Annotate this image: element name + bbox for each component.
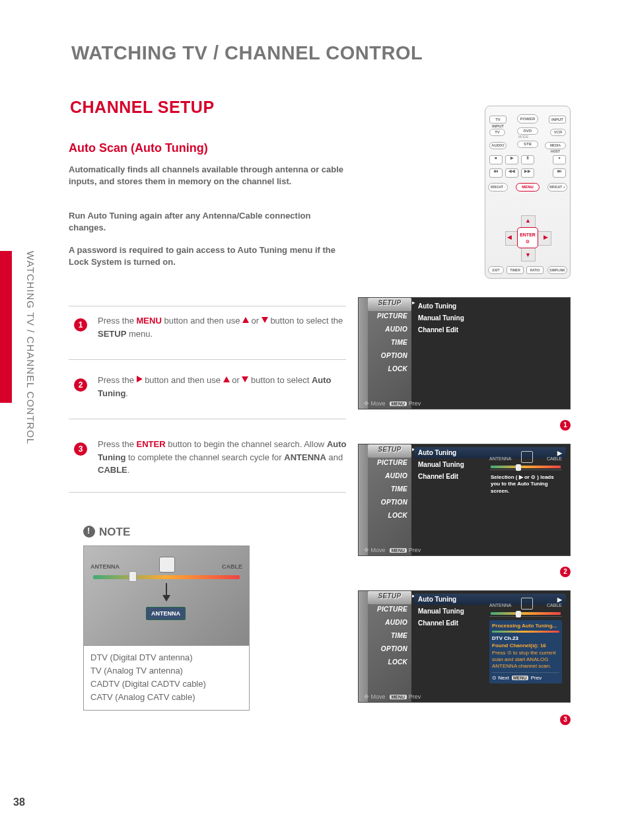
up-arrow-icon bbox=[223, 376, 230, 382]
osd-setup-menu-2: SETUP PICTURE AUDIO TIME OPTION LOCK Aut… bbox=[358, 444, 571, 556]
section-heading: CHANNEL SETUP bbox=[70, 98, 215, 117]
down-arrow-icon bbox=[262, 317, 268, 323]
down-arrow-icon bbox=[162, 595, 170, 602]
note-diagram: ANTENNA CABLE ANTENNA bbox=[83, 545, 250, 646]
d-pad: ▲ ▼ ◀ ▶ ENTER⊙ bbox=[505, 215, 550, 260]
note-box: !NOTE ANTENNA CABLE ANTENNA DTV (Digital… bbox=[83, 526, 250, 711]
step-3: Press the ENTER button to begin the chan… bbox=[98, 438, 349, 477]
power-button: POWER bbox=[517, 114, 538, 123]
antenna-icon bbox=[521, 451, 533, 463]
intro-p3: A password is required to gain access to… bbox=[69, 244, 346, 268]
enter-button: ENTER⊙ bbox=[517, 227, 538, 248]
remote-control-figure: TV INPUT POWER INPUT TV DVD VCR MODE STB… bbox=[485, 106, 571, 279]
up-arrow-icon bbox=[242, 317, 249, 323]
right-arrow-icon bbox=[137, 376, 143, 382]
osd-setup-menu-1: SETUP PICTURE AUDIO TIME OPTION LOCK Aut… bbox=[358, 297, 571, 409]
intro-p1: Automatically finds all channels availab… bbox=[69, 164, 346, 188]
note-list: DTV (Digital DTV antenna) TV (Analog TV … bbox=[83, 646, 250, 711]
page-number: 38 bbox=[13, 796, 25, 808]
figure-badge-3: 3 bbox=[560, 715, 571, 725]
antenna-icon bbox=[159, 557, 175, 573]
step-badge-2: 2 bbox=[74, 378, 87, 392]
processing-popup: Processing Auto Tuning... DTV Ch.23 Foun… bbox=[489, 620, 562, 683]
step-2: Press the button and then use or button … bbox=[98, 374, 349, 400]
step-1: Press the MENU button and then use or bu… bbox=[98, 314, 349, 340]
intro-p2: Run Auto Tuning again after any Antenna/… bbox=[69, 210, 346, 234]
antenna-icon bbox=[521, 598, 533, 610]
menu-button: MENU bbox=[516, 183, 540, 192]
side-section-title: WATCHING TV / CHANNEL CONTROL bbox=[25, 251, 36, 444]
subsection-heading: Auto Scan (Auto Tuning) bbox=[69, 141, 208, 155]
step-badge-1: 1 bbox=[74, 318, 87, 332]
step-badge-3: 3 bbox=[74, 442, 87, 456]
figure-badge-2: 2 bbox=[560, 567, 571, 577]
page-title: WATCHING TV / CHANNEL CONTROL bbox=[71, 42, 423, 64]
osd-setup-menu-3: SETUP PICTURE AUDIO TIME OPTION LOCK Aut… bbox=[358, 590, 571, 703]
figure-badge-1: 1 bbox=[560, 420, 571, 431]
down-arrow-icon bbox=[242, 376, 248, 382]
